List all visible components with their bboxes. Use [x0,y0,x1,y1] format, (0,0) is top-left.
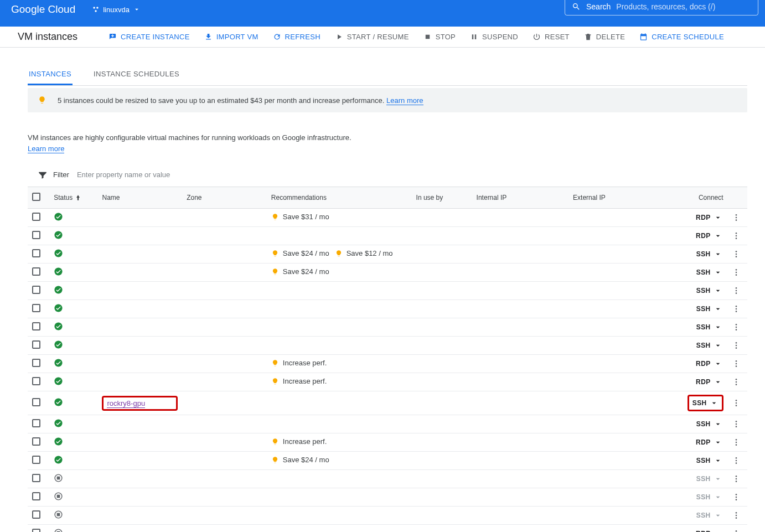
row-checkbox[interactable] [32,231,40,239]
connect-button[interactable]: SSH [691,397,720,409]
more-menu-button[interactable] [730,378,743,386]
more-menu-button[interactable] [730,399,743,407]
connect-button[interactable]: SSH [695,322,723,333]
suspend-button[interactable]: SUSPEND [470,33,518,41]
more-menu-button[interactable] [730,493,743,502]
more-menu-button[interactable] [730,438,743,447]
row-checkbox[interactable] [32,340,40,349]
more-menu-button[interactable] [730,286,743,295]
connect-button[interactable]: RDP [695,528,723,532]
row-checkbox[interactable] [32,419,40,427]
search-box[interactable]: Search [565,0,758,16]
row-checkbox[interactable] [32,304,40,312]
internal-ip-cell [472,391,568,415]
in-use-cell [412,227,472,245]
status-cell [49,355,97,373]
stop-button[interactable]: STOP [423,33,456,41]
more-menu-button[interactable] [730,323,743,332]
more-menu-button[interactable] [730,456,743,465]
connect-button[interactable]: SSH [695,340,723,351]
description-learn-more-link[interactable]: Learn more [28,144,64,153]
row-checkbox[interactable] [32,492,40,500]
more-menu-button[interactable] [730,359,743,368]
connect-button[interactable]: RDP [695,212,723,223]
more-menu-button[interactable] [730,420,743,428]
refresh-button[interactable]: REFRESH [273,33,321,41]
banner-learn-more-link[interactable]: Learn more [386,96,423,105]
table-row: SSH [28,300,747,318]
column-in-use-by[interactable]: In use by [412,187,472,209]
delete-button[interactable]: DELETE [584,33,625,41]
recommendation-item[interactable]: Save $12 / mo [335,249,393,257]
more-menu-button[interactable] [730,231,743,240]
svg-point-32 [55,340,63,348]
column-recommendations[interactable]: Recommendations [267,187,412,209]
select-all-checkbox[interactable] [32,193,40,201]
more-menu-button[interactable] [730,341,743,350]
recommendation-item[interactable]: Save $24 / mo [271,456,329,464]
connect-button[interactable]: SSH [695,419,723,430]
more-menu-button[interactable] [730,511,743,520]
search-input[interactable] [616,2,751,11]
recommendation-item[interactable]: Save $31 / mo [271,213,329,221]
import-vm-button[interactable]: IMPORT VM [204,33,259,41]
row-checkbox[interactable] [32,267,40,276]
filter-input[interactable] [75,168,747,181]
more-menu-button[interactable] [730,213,743,222]
create-instance-button[interactable]: CREATE INSTANCE [108,33,190,41]
row-checkbox[interactable] [32,474,40,482]
column-zone[interactable]: Zone [182,187,267,209]
recommendation-item[interactable]: Increase perf. [271,377,327,385]
row-checkbox[interactable] [32,213,40,221]
more-menu-button[interactable] [730,304,743,313]
connect-button[interactable]: SSH [695,473,723,484]
recommendation-item[interactable]: Increase perf. [271,359,327,367]
connect-button[interactable]: SSH [695,492,723,503]
name-cell: rockry8-gpu [97,391,182,415]
row-checkbox[interactable] [32,510,40,519]
recommendation-item[interactable]: Save $24 / mo [271,267,329,276]
status-cell [49,507,97,525]
row-checkbox[interactable] [32,249,40,257]
external-ip-cell [568,391,677,415]
more-menu-button[interactable] [730,250,743,259]
row-checkbox[interactable] [32,377,40,385]
row-checkbox[interactable] [32,529,40,532]
row-checkbox[interactable] [32,359,40,367]
column-name[interactable]: Name [97,187,182,209]
column-connect[interactable]: Connect [677,187,725,209]
column-external-ip[interactable]: External IP [568,187,677,209]
connect-button[interactable]: SSH [695,249,723,260]
connect-button[interactable]: RDP [695,358,723,369]
tab-schedules[interactable]: INSTANCE SCHEDULES [92,64,180,85]
create-schedule-button[interactable]: CREATE SCHEDULE [639,33,724,41]
recommendation-item[interactable]: Save $24 / mo [271,249,329,257]
project-selector[interactable]: linuxvda [92,6,141,14]
more-menu-button[interactable] [730,529,743,532]
row-checkbox[interactable] [32,437,40,446]
recommendation-item[interactable]: Increase perf. [271,437,327,446]
connect-button[interactable]: RDP [695,437,723,448]
connect-button[interactable]: SSH [695,455,723,466]
instance-name-link[interactable]: rockry8-gpu [107,399,145,408]
column-internal-ip[interactable]: Internal IP [472,187,568,209]
reset-button[interactable]: RESET [533,33,570,41]
column-status[interactable]: Status [54,194,82,202]
connect-button[interactable]: SSH [695,285,723,296]
connect-button[interactable]: SSH [695,267,723,278]
tab-instances[interactable]: INSTANCES [28,64,73,85]
more-menu-button[interactable] [730,474,743,483]
row-checkbox[interactable] [32,322,40,330]
row-checkbox[interactable] [32,456,40,464]
connect-button[interactable]: RDP [695,230,723,241]
row-checkbox[interactable] [32,398,40,406]
connect-button[interactable]: RDP [695,376,723,388]
start-button[interactable]: START / RESUME [335,33,409,41]
name-cell [97,507,182,525]
more-menu-button[interactable] [730,268,743,277]
internal-ip-cell [472,264,568,282]
zone-cell [182,525,267,533]
row-checkbox[interactable] [32,286,40,294]
connect-button[interactable]: SSH [695,303,723,314]
connect-button[interactable]: SSH [695,510,723,521]
